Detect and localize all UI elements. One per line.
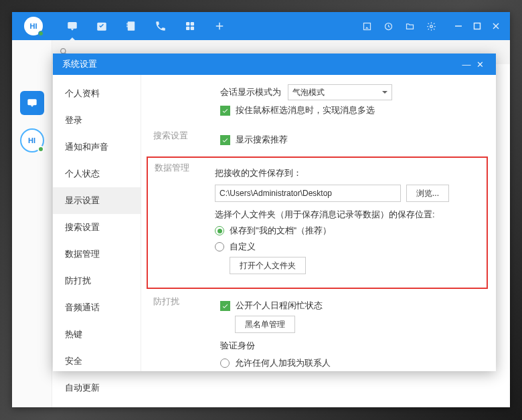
add-icon[interactable] bbox=[213, 19, 226, 33]
contacts-icon[interactable] bbox=[124, 19, 138, 33]
app-logo[interactable] bbox=[24, 17, 43, 35]
phone-icon[interactable] bbox=[154, 19, 167, 33]
svg-rect-9 bbox=[363, 23, 370, 29]
presence-dot bbox=[37, 146, 44, 152]
chat-icon[interactable] bbox=[66, 19, 79, 33]
close-button[interactable] bbox=[491, 21, 501, 31]
save-path-label: 把接收的文件保存到： bbox=[215, 167, 487, 179]
radio-icon bbox=[215, 242, 224, 251]
titlebar-nav bbox=[66, 19, 226, 33]
nav-notify[interactable]: 通知和声音 bbox=[53, 134, 141, 161]
screenshot-icon[interactable] bbox=[361, 21, 372, 31]
nav-status[interactable]: 个人状态 bbox=[53, 161, 141, 187]
conversation-avatar[interactable] bbox=[20, 91, 44, 115]
nav-display[interactable]: 显示设置 bbox=[53, 187, 141, 214]
radio-icon bbox=[215, 226, 224, 235]
settings-dialog: 系统设置 — ✕ 个人资料 登录 通知和声音 个人状态 显示设置 搜索设置 数据… bbox=[53, 54, 496, 371]
calendar-icon[interactable] bbox=[95, 19, 108, 33]
chat-mode-label: 会话显示模式为 bbox=[220, 86, 281, 98]
svg-rect-2 bbox=[128, 21, 135, 31]
gear-icon[interactable] bbox=[426, 21, 436, 31]
apps-icon[interactable] bbox=[183, 19, 197, 33]
titlebar-right bbox=[361, 21, 501, 31]
svg-rect-8 bbox=[191, 27, 194, 30]
radio-allow-anyone[interactable]: 允许任何人加我为联系人 bbox=[220, 357, 496, 369]
svg-rect-4 bbox=[126, 25, 128, 27]
settings-nav: 个人资料 登录 通知和声音 个人状态 显示设置 搜索设置 数据管理 防打扰 音频… bbox=[53, 75, 141, 371]
nav-search[interactable]: 搜索设置 bbox=[53, 214, 141, 241]
chat-mode-select[interactable]: 气泡模式 bbox=[288, 84, 392, 100]
save-path-input[interactable]: C:\Users\Administrator\Desktop bbox=[215, 185, 401, 202]
section-dnd: 防打扰 bbox=[153, 296, 179, 308]
minimize-button[interactable] bbox=[454, 21, 463, 31]
history-icon[interactable] bbox=[383, 21, 394, 31]
svg-rect-3 bbox=[126, 23, 128, 25]
blacklist-button[interactable]: 黑名单管理 bbox=[235, 316, 295, 333]
titlebar bbox=[12, 12, 510, 40]
checkbox-icon[interactable] bbox=[220, 135, 230, 145]
nav-personal[interactable]: 个人资料 bbox=[53, 80, 141, 107]
dialog-title: 系统设置 bbox=[62, 58, 97, 70]
checkbox-icon[interactable] bbox=[220, 106, 230, 116]
section-search: 搜索设置 bbox=[153, 130, 188, 142]
radio-my-documents[interactable]: 保存到"我的文档"（推荐） bbox=[215, 225, 487, 237]
dialog-minimize-button[interactable]: — bbox=[460, 60, 473, 70]
svg-rect-12 bbox=[474, 23, 481, 29]
public-busy-label: 公开个人日程闲忙状态 bbox=[236, 300, 323, 312]
settings-content: 会话显示模式为 气泡模式 按住鼠标框选消息时，实现消息多选 搜索设置 显示搜索推… bbox=[141, 75, 496, 371]
browse-button[interactable]: 浏览... bbox=[406, 185, 449, 202]
svg-rect-6 bbox=[191, 22, 194, 25]
show-rec-label: 显示搜索推荐 bbox=[236, 134, 288, 146]
highlighted-section: 数据管理 把接收的文件保存到： C:\Users\Administrator\D… bbox=[147, 156, 488, 289]
svg-rect-5 bbox=[186, 22, 189, 25]
dialog-titlebar: 系统设置 — ✕ bbox=[53, 54, 496, 75]
nav-update[interactable]: 自动更新 bbox=[53, 375, 141, 401]
status-dot bbox=[38, 31, 44, 36]
contact-avatar[interactable] bbox=[20, 128, 44, 152]
nav-data[interactable]: 数据管理 bbox=[53, 241, 141, 268]
dialog-close-button[interactable]: ✕ bbox=[473, 60, 487, 70]
radio-custom[interactable]: 自定义 bbox=[215, 241, 487, 253]
multiselect-label: 按住鼠标框选消息时，实现消息多选 bbox=[236, 104, 375, 116]
maximize-button[interactable] bbox=[472, 21, 482, 31]
folder-icon[interactable] bbox=[404, 21, 415, 31]
section-data-mgmt: 数据管理 bbox=[155, 162, 189, 174]
verify-label: 验证身份 bbox=[220, 340, 496, 352]
radio-icon bbox=[220, 358, 230, 368]
checkbox-icon[interactable] bbox=[220, 301, 230, 311]
contacts-rail bbox=[12, 40, 52, 407]
svg-rect-0 bbox=[68, 22, 77, 29]
svg-rect-7 bbox=[186, 27, 189, 30]
nav-hotkey[interactable]: 热键 bbox=[53, 321, 141, 348]
nav-security[interactable]: 安全 bbox=[53, 348, 141, 375]
svg-point-11 bbox=[430, 25, 432, 27]
nav-audio[interactable]: 音频通话 bbox=[53, 294, 141, 321]
nav-login[interactable]: 登录 bbox=[53, 107, 141, 134]
personal-folder-label: 选择个人文件夹（用于保存消息记录等数据）的保存位置: bbox=[215, 209, 487, 221]
svg-rect-13 bbox=[27, 99, 36, 105]
open-folder-button[interactable]: 打开个人文件夹 bbox=[230, 257, 306, 274]
nav-dnd[interactable]: 防打扰 bbox=[53, 268, 141, 294]
